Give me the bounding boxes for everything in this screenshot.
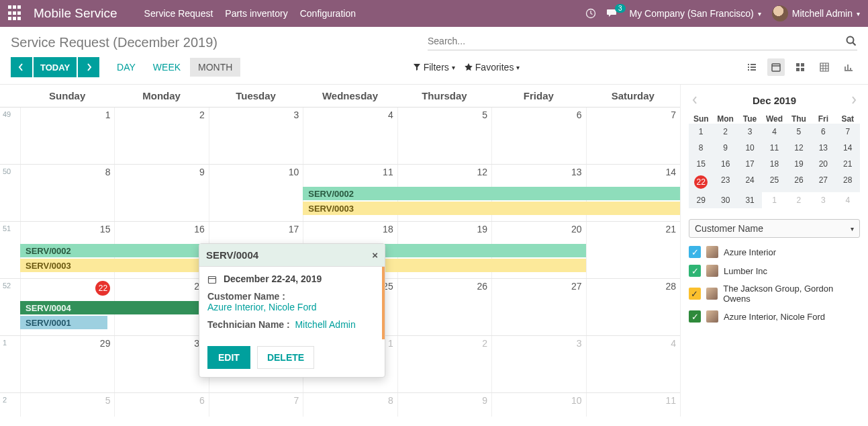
mini-cell[interactable]: 1 — [762, 192, 786, 208]
calendar-cell[interactable]: 7 — [586, 108, 680, 164]
mini-cell[interactable]: 26 — [787, 172, 811, 192]
nav-parts-inventory[interactable]: Parts inventory — [225, 8, 287, 19]
calendar-cell[interactable]: 5 — [397, 108, 491, 164]
view-pivot-icon[interactable] — [816, 58, 833, 76]
close-icon[interactable]: × — [372, 249, 378, 261]
company-selector[interactable]: My Company (San Francisco)▾ — [630, 8, 761, 19]
checkbox-icon[interactable]: ✓ — [689, 246, 701, 258]
period-day[interactable]: DAY — [109, 58, 144, 77]
legend-item[interactable]: ✓ Lumber Inc — [689, 265, 860, 277]
mini-cell[interactable]: 9 — [713, 140, 737, 156]
calendar-cell[interactable]: 29 — [20, 336, 114, 392]
calendar-cell[interactable]: 1 — [20, 108, 114, 164]
chat-icon[interactable]: 3 — [607, 8, 619, 19]
calendar-cell[interactable]: 30 — [114, 336, 208, 392]
view-list-icon[interactable] — [743, 58, 761, 76]
mini-cell[interactable]: 12 — [787, 140, 811, 156]
prev-button[interactable] — [11, 57, 32, 77]
mini-cell[interactable]: 27 — [811, 172, 835, 192]
mini-cell[interactable]: 5 — [787, 124, 811, 140]
mini-cell[interactable]: 1 — [689, 124, 713, 140]
favorites-button[interactable]: Favorites▾ — [465, 62, 520, 73]
clock-icon[interactable] — [585, 8, 596, 19]
legend-item[interactable]: ✓ Azure Interior, Nicole Ford — [689, 310, 860, 323]
view-calendar-icon[interactable] — [767, 58, 785, 76]
nav-service-request[interactable]: Service Request — [144, 8, 213, 19]
mini-cell[interactable]: 4 — [836, 192, 860, 208]
mini-cell[interactable]: 20 — [811, 156, 835, 172]
calendar-cell[interactable]: 6 — [114, 393, 208, 417]
calendar-cell[interactable]: 2 — [397, 336, 491, 392]
calendar-cell[interactable]: 26 — [397, 279, 491, 335]
event-serv0003[interactable]: SERV/0003 — [303, 202, 680, 215]
calendar-cell[interactable]: 9 — [114, 165, 208, 221]
checkbox-icon[interactable]: ✓ — [689, 310, 701, 323]
mini-cell[interactable]: 31 — [738, 192, 762, 208]
customer-dropdown[interactable]: Customer Name ▾ — [689, 219, 860, 238]
calendar-cell[interactable]: 8 — [303, 393, 397, 417]
mini-cell[interactable]: 10 — [738, 140, 762, 156]
event-serv0001[interactable]: SERV/0001 — [20, 316, 107, 329]
calendar-cell[interactable]: 3 — [209, 108, 303, 164]
calendar-cell[interactable]: 6 — [491, 108, 585, 164]
mini-cell[interactable]: 19 — [787, 156, 811, 172]
calendar-cell[interactable]: 5 — [20, 393, 114, 417]
mini-cell[interactable]: 13 — [811, 140, 835, 156]
mini-cell[interactable]: 4 — [762, 124, 786, 140]
apps-icon[interactable] — [8, 5, 24, 22]
delete-button[interactable]: DELETE — [257, 346, 314, 369]
calendar-cell[interactable]: 28 — [586, 279, 680, 335]
popover-customer[interactable]: Azure Interior, Nicole Ford — [207, 302, 317, 312]
edit-button[interactable]: EDIT — [207, 346, 250, 369]
mini-cell[interactable]: 25 — [762, 172, 786, 192]
mini-cell[interactable]: 11 — [762, 140, 786, 156]
today-button[interactable]: TODAY — [34, 57, 77, 77]
checkbox-icon[interactable]: ✓ — [689, 265, 701, 277]
mini-cell[interactable]: 14 — [836, 140, 860, 156]
mini-cell[interactable]: 23 — [713, 172, 737, 192]
nav-configuration[interactable]: Configuration — [300, 8, 356, 19]
legend-item[interactable]: ✓ The Jackson Group, Gordon Owens — [689, 284, 860, 304]
legend-item[interactable]: ✓ Azure Interior — [689, 246, 860, 258]
event-serv0002[interactable]: SERV/0002 — [303, 187, 680, 200]
mini-cell[interactable]: 16 — [713, 156, 737, 172]
view-graph-icon[interactable] — [840, 58, 857, 76]
mini-cell[interactable]: 2 — [787, 192, 811, 208]
mini-cell[interactable]: 15 — [689, 156, 713, 172]
event-serv0004[interactable]: SERV/0004 — [20, 301, 207, 314]
mini-cell[interactable]: 17 — [738, 156, 762, 172]
period-week[interactable]: WEEK — [145, 58, 189, 77]
mini-cell[interactable]: 7 — [836, 124, 860, 140]
next-button[interactable] — [78, 57, 99, 77]
calendar-cell[interactable]: 10 — [209, 165, 303, 221]
mini-cell[interactable]: 24 — [738, 172, 762, 192]
calendar-cell[interactable]: 7 — [209, 393, 303, 417]
user-menu[interactable]: Mitchell Admin▾ — [772, 5, 860, 22]
calendar-cell[interactable]: 4 — [586, 336, 680, 392]
calendar-cell[interactable]: 11 — [586, 393, 680, 417]
calendar-cell[interactable]: 2 — [114, 108, 208, 164]
checkbox-icon[interactable]: ✓ — [689, 288, 701, 300]
search-icon[interactable] — [845, 35, 857, 47]
mini-cell[interactable]: 28 — [836, 172, 860, 192]
mini-prev-icon[interactable] — [689, 93, 701, 108]
calendar-cell[interactable]: 9 — [397, 393, 491, 417]
mini-next-icon[interactable] — [848, 93, 860, 108]
period-month[interactable]: MONTH — [190, 58, 240, 77]
mini-cell[interactable]: 22 — [689, 172, 713, 192]
calendar-cell[interactable]: 21 — [586, 222, 680, 278]
calendar-cell[interactable]: 8 — [20, 165, 114, 221]
popover-technician[interactable]: Mitchell Admin — [295, 319, 355, 330]
view-kanban-icon[interactable] — [791, 58, 809, 76]
mini-cell[interactable]: 6 — [811, 124, 835, 140]
mini-cell[interactable]: 8 — [689, 140, 713, 156]
calendar-cell[interactable]: 10 — [491, 393, 585, 417]
calendar-cell[interactable]: 3 — [491, 336, 585, 392]
calendar-cell[interactable]: 27 — [491, 279, 585, 335]
mini-cell[interactable]: 18 — [762, 156, 786, 172]
mini-cell[interactable]: 29 — [689, 192, 713, 208]
mini-cell[interactable]: 21 — [836, 156, 860, 172]
mini-cell[interactable]: 3 — [811, 192, 835, 208]
filters-button[interactable]: Filters▾ — [413, 62, 455, 73]
mini-cell[interactable]: 3 — [738, 124, 762, 140]
